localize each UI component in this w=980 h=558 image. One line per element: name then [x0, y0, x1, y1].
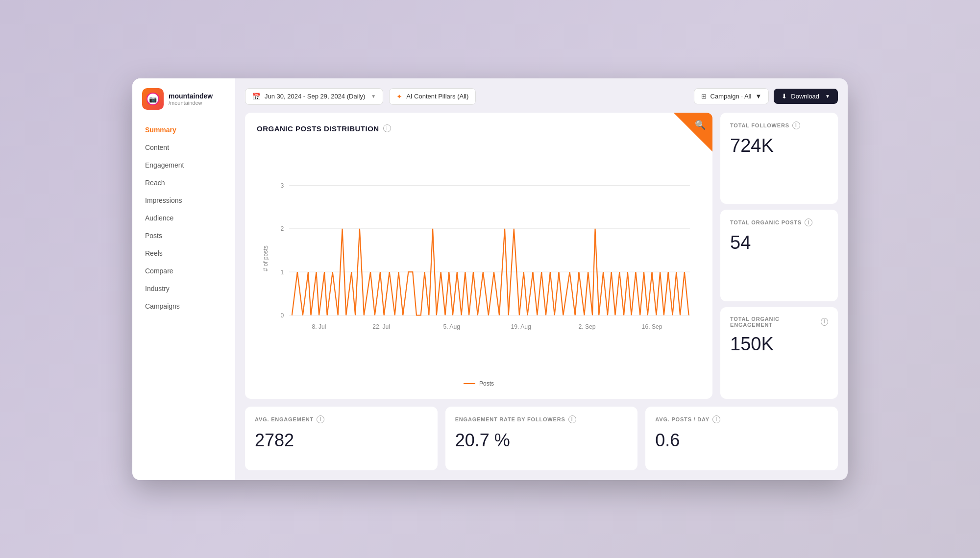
organic-posts-info-icon[interactable]: i: [805, 218, 812, 226]
campaign-filter[interactable]: ⊞ Campaign · All ▼: [694, 88, 769, 104]
download-icon: ⬇: [782, 93, 787, 100]
legend-label: Posts: [479, 380, 494, 387]
y-label-3: 3: [280, 182, 284, 189]
x-label-jul8: 8. Jul: [312, 323, 326, 330]
engagement-rate-info-icon[interactable]: i: [568, 415, 576, 423]
sidebar-item-compare[interactable]: Compare: [138, 263, 229, 279]
total-organic-engagement-card: TOTAL ORGANIC ENGAGEMENT i 150K: [720, 307, 838, 399]
total-organic-posts-label: TOTAL ORGANIC POSTS i: [730, 218, 828, 226]
avg-posts-info-icon[interactable]: i: [712, 415, 720, 423]
legend-line: [464, 383, 475, 384]
total-organic-posts-value: 54: [730, 232, 828, 253]
app-window: 📷 mountaindew /mountaindew Summary Conte…: [132, 78, 848, 480]
avg-engagement-label: AVG. ENGAGEMENT i: [255, 415, 428, 423]
bottom-metrics: AVG. ENGAGEMENT i 2782 ENGAGEMENT RATE B…: [245, 407, 838, 470]
campaign-label: Campaign · All: [710, 93, 752, 100]
total-followers-label: TOTAL FOLLOWERS i: [730, 121, 828, 129]
toolbar: 📅 Jun 30, 2024 - Sep 29, 2024 (Daily) ▼ …: [245, 88, 838, 105]
followers-info-icon[interactable]: i: [792, 121, 800, 129]
y-label-0: 0: [280, 312, 284, 318]
chart-title-row: ORGANIC POSTS DISTRIBUTION i: [257, 124, 701, 133]
chevron-down-icon-campaign: ▼: [755, 93, 761, 100]
download-button[interactable]: ⬇ Download ▼: [774, 89, 838, 104]
download-label: Download: [791, 93, 819, 100]
x-label-jul22: 22. Jul: [372, 323, 390, 330]
y-axis-label: # of posts: [262, 245, 269, 271]
chevron-down-icon: ▼: [371, 94, 376, 99]
brand-logo: 📷: [142, 88, 164, 110]
stats-panel: TOTAL FOLLOWERS i 724K TOTAL ORGANIC POS…: [720, 113, 838, 399]
avg-posts-value: 0.6: [655, 430, 828, 451]
sidebar-item-content[interactable]: Content: [138, 139, 229, 156]
total-organic-engagement-label: TOTAL ORGANIC ENGAGEMENT i: [730, 316, 828, 328]
date-filter-label: Jun 30, 2024 - Sep 29, 2024 (Daily): [265, 93, 365, 100]
x-label-sep2: 2. Sep: [578, 323, 595, 330]
engagement-rate-card: ENGAGEMENT RATE BY FOLLOWERS i 20.7 %: [445, 407, 638, 470]
brand-text: mountaindew /mountaindew: [169, 92, 213, 106]
chart-info-icon[interactable]: i: [383, 124, 391, 132]
chart-legend: Posts: [257, 380, 701, 387]
toolbar-right: ⊞ Campaign · All ▼ ⬇ Download ▼: [694, 88, 838, 104]
chart-svg: # of posts 0 1 2 3 8. Jul: [257, 141, 701, 376]
ai-filter-label: AI Content Pillars (All): [406, 93, 468, 100]
avg-posts-label: AVG. POSTS / DAY i: [655, 415, 828, 423]
sidebar-item-audience[interactable]: Audience: [138, 210, 229, 226]
ai-filter[interactable]: ✦ AI Content Pillars (All): [389, 88, 476, 105]
sidebar-item-summary[interactable]: Summary: [138, 121, 229, 138]
total-organic-posts-card: TOTAL ORGANIC POSTS i 54: [720, 210, 838, 301]
y-label-2: 2: [280, 225, 284, 232]
avg-engagement-info-icon[interactable]: i: [317, 415, 324, 423]
brand-header: 📷 mountaindew /mountaindew: [132, 78, 235, 121]
x-label-aug19: 19. Aug: [511, 323, 531, 330]
avg-engagement-value: 2782: [255, 430, 428, 451]
total-followers-value: 724K: [730, 135, 828, 156]
avg-posts-card: AVG. POSTS / DAY i 0.6: [645, 407, 838, 470]
total-organic-engagement-value: 150K: [730, 334, 828, 355]
sidebar-nav: Summary Content Engagement Reach Impress…: [132, 121, 235, 315]
sidebar: 📷 mountaindew /mountaindew Summary Conte…: [132, 78, 235, 480]
sidebar-item-reels[interactable]: Reels: [138, 245, 229, 262]
chevron-down-icon-download: ▼: [825, 94, 830, 99]
y-label-1: 1: [280, 268, 284, 275]
sidebar-item-reach[interactable]: Reach: [138, 174, 229, 191]
sidebar-item-engagement[interactable]: Engagement: [138, 157, 229, 173]
brand-handle: /mountaindew: [169, 100, 213, 106]
sidebar-item-campaigns[interactable]: Campaigns: [138, 298, 229, 315]
total-followers-card: TOTAL FOLLOWERS i 724K: [720, 113, 838, 204]
main-content: 📅 Jun 30, 2024 - Sep 29, 2024 (Daily) ▼ …: [235, 78, 848, 480]
ai-icon: ✦: [396, 93, 402, 100]
chart-panel: 🔍 ORGANIC POSTS DISTRIBUTION i # of post…: [245, 113, 712, 399]
sidebar-item-impressions[interactable]: Impressions: [138, 192, 229, 209]
brand-name: mountaindew: [169, 92, 213, 100]
content-area: 🔍 ORGANIC POSTS DISTRIBUTION i # of post…: [245, 113, 838, 399]
chart-container: # of posts 0 1 2 3 8. Jul: [257, 141, 701, 376]
grid-icon: ⊞: [701, 93, 707, 100]
sidebar-item-industry[interactable]: Industry: [138, 280, 229, 297]
engagement-rate-label: ENGAGEMENT RATE BY FOLLOWERS i: [455, 415, 628, 423]
x-label-sep16: 16. Sep: [642, 323, 662, 330]
svg-text:📷: 📷: [149, 95, 157, 103]
calendar-icon: 📅: [252, 93, 261, 100]
x-label-aug5: 5. Aug: [443, 323, 460, 330]
avg-engagement-card: AVG. ENGAGEMENT i 2782: [245, 407, 438, 470]
chart-title: ORGANIC POSTS DISTRIBUTION: [257, 124, 379, 133]
date-filter[interactable]: 📅 Jun 30, 2024 - Sep 29, 2024 (Daily) ▼: [245, 88, 383, 105]
search-icon: 🔍: [695, 120, 706, 130]
engagement-rate-value: 20.7 %: [455, 430, 628, 451]
engagement-info-icon[interactable]: i: [821, 318, 828, 326]
sidebar-item-posts[interactable]: Posts: [138, 227, 229, 244]
